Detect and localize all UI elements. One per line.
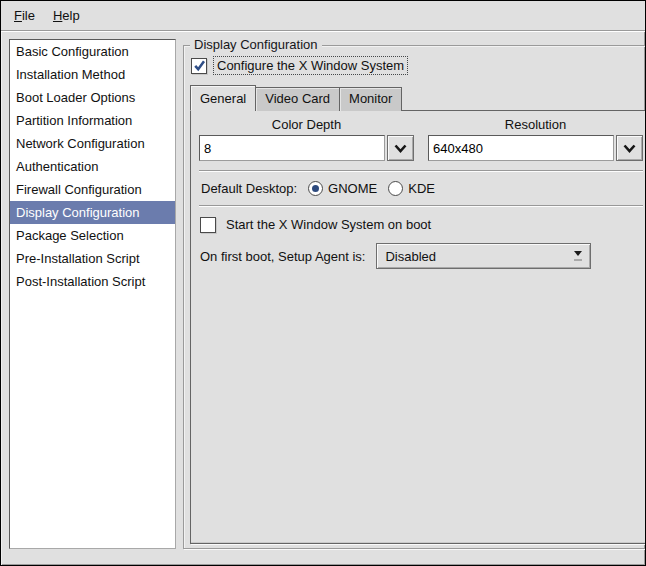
tab-monitor[interactable]: Monitor bbox=[339, 87, 402, 111]
start-x-checkbox[interactable] bbox=[200, 217, 216, 233]
sidebar-item-boot-loader-options[interactable]: Boot Loader Options bbox=[10, 86, 175, 109]
sidebar-item-firewall-configuration[interactable]: Firewall Configuration bbox=[10, 178, 175, 201]
chevron-down-icon bbox=[623, 144, 636, 153]
sidebar-item-network-configuration[interactable]: Network Configuration bbox=[10, 132, 175, 155]
tab-general[interactable]: General bbox=[190, 85, 256, 111]
color-depth-input[interactable] bbox=[199, 135, 385, 161]
sidebar-item-package-selection[interactable]: Package Selection bbox=[10, 224, 175, 247]
configure-x-checkbox-row[interactable]: Configure the X Window System bbox=[191, 57, 646, 74]
gnome-radio-option[interactable]: GNOME bbox=[308, 181, 377, 196]
kde-radio[interactable] bbox=[388, 181, 403, 196]
configure-x-checkbox[interactable] bbox=[191, 58, 207, 74]
resolution-column: Resolution bbox=[428, 117, 643, 161]
kde-radio-label: KDE bbox=[408, 181, 435, 196]
separator bbox=[199, 205, 643, 207]
start-x-checkbox-row[interactable]: Start the X Window System on boot bbox=[200, 216, 643, 233]
sidebar-item-pre-installation-script[interactable]: Pre-Installation Script bbox=[10, 247, 175, 270]
configure-x-checkbox-label: Configure the X Window System bbox=[214, 57, 407, 74]
sidebar-item-installation-method[interactable]: Installation Method bbox=[10, 63, 175, 86]
resolution-input[interactable] bbox=[428, 135, 614, 161]
resolution-dropdown-button[interactable] bbox=[616, 135, 643, 161]
combo-grid: Color Depth Resoluti bbox=[199, 117, 643, 161]
frame-title: Display Configuration bbox=[190, 37, 322, 52]
chevron-down-icon bbox=[394, 144, 407, 153]
option-menu-arrow-icon bbox=[574, 251, 582, 261]
setup-agent-row: On first boot, Setup Agent is: Disabled bbox=[200, 243, 643, 269]
gnome-radio-label: GNOME bbox=[328, 181, 377, 196]
general-tab-panel: Color Depth Resoluti bbox=[190, 110, 646, 544]
sidebar-item-post-installation-script[interactable]: Post-Installation Script bbox=[10, 270, 175, 293]
start-x-checkbox-label: Start the X Window System on boot bbox=[223, 216, 434, 233]
sidebar-item-basic-configuration[interactable]: Basic Configuration bbox=[10, 40, 175, 63]
checkmark-icon bbox=[193, 59, 206, 72]
radio-dot bbox=[312, 185, 319, 192]
kde-radio-option[interactable]: KDE bbox=[388, 181, 435, 196]
display-notebook: General Video Card Monitor Color Depth bbox=[190, 85, 646, 544]
sidebar-item-authentication[interactable]: Authentication bbox=[10, 155, 175, 178]
default-desktop-row: Default Desktop: GNOME KDE bbox=[201, 181, 643, 196]
default-desktop-label: Default Desktop: bbox=[201, 181, 297, 196]
tab-video-card[interactable]: Video Card bbox=[255, 87, 340, 111]
sidebar-item-partition-information[interactable]: Partition Information bbox=[10, 109, 175, 132]
color-depth-column: Color Depth bbox=[199, 117, 414, 161]
menubar: File Help bbox=[1, 1, 645, 31]
section-list: Basic Configuration Installation Method … bbox=[9, 39, 176, 549]
separator bbox=[199, 170, 643, 172]
gnome-radio[interactable] bbox=[308, 181, 323, 196]
setup-agent-option-menu[interactable]: Disabled bbox=[376, 243, 591, 269]
sidebar-item-display-configuration[interactable]: Display Configuration bbox=[10, 201, 175, 224]
menu-help[interactable]: Help bbox=[44, 4, 89, 27]
display-configuration-frame: Display Configuration Configure the X Wi… bbox=[183, 45, 646, 549]
tab-strip: General Video Card Monitor bbox=[190, 85, 646, 111]
main-content: Basic Configuration Installation Method … bbox=[1, 31, 645, 565]
color-depth-combo bbox=[199, 135, 414, 161]
kickstart-configurator-window: File Help Basic Configuration Installati… bbox=[0, 0, 646, 566]
menu-file[interactable]: File bbox=[5, 4, 44, 27]
color-depth-label: Color Depth bbox=[199, 117, 414, 132]
resolution-label: Resolution bbox=[428, 117, 643, 132]
color-depth-dropdown-button[interactable] bbox=[387, 135, 414, 161]
setup-agent-label: On first boot, Setup Agent is: bbox=[200, 249, 365, 264]
setup-agent-value: Disabled bbox=[385, 249, 574, 264]
resolution-combo bbox=[428, 135, 643, 161]
